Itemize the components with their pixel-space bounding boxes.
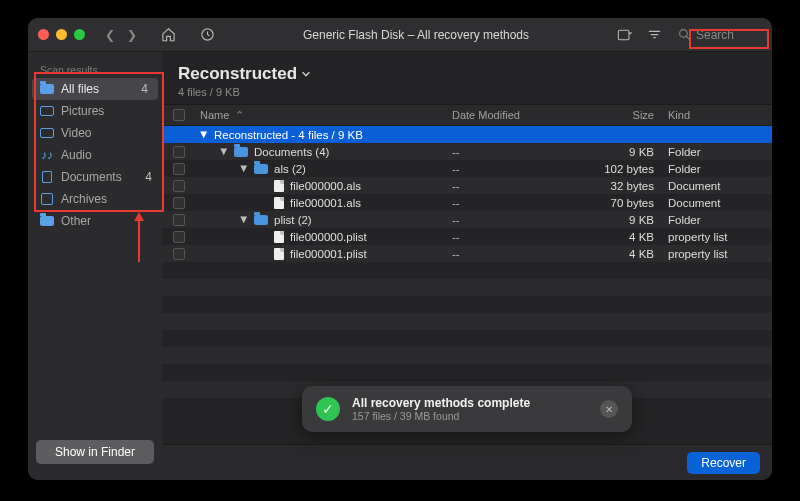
recover-button[interactable]: Recover [687, 452, 760, 474]
fullscreen-window-button[interactable] [74, 29, 85, 40]
sidebar-item-label: Video [61, 126, 91, 140]
show-in-finder-button[interactable]: Show in Finder [36, 440, 154, 464]
empty-row [162, 330, 772, 347]
sidebar-item-video[interactable]: Video [28, 122, 162, 144]
select-all-checkbox[interactable] [173, 109, 185, 121]
nav-back-button[interactable]: ❮ [105, 28, 115, 42]
table-row[interactable]: ▼als (2)--102 bytesFolder [162, 160, 772, 177]
filter-icon[interactable] [647, 28, 662, 41]
disclosure-triangle-icon[interactable]: ▼ [238, 213, 248, 225]
row-size: 32 bytes [572, 180, 662, 192]
disclosure-triangle-icon[interactable]: ▼ [218, 145, 228, 157]
close-window-button[interactable] [38, 29, 49, 40]
sidebar-item-documents[interactable]: Documents4 [28, 166, 162, 188]
empty-row [162, 296, 772, 313]
audio-icon: ♪♪ [41, 148, 53, 162]
row-name: file000000.als [290, 180, 361, 192]
sidebar-item-other[interactable]: Other [28, 210, 162, 232]
table-row[interactable]: file000000.plist--4 KBproperty list [162, 228, 772, 245]
row-date: -- [452, 214, 572, 226]
main-title[interactable]: Reconstructed [178, 64, 756, 84]
folder-icon [40, 84, 54, 94]
row-kind: Document [662, 180, 772, 192]
row-name: file000001.plist [290, 248, 367, 260]
sidebar-item-label: Pictures [61, 104, 104, 118]
sidebar-item-count: 4 [145, 170, 152, 184]
home-icon[interactable] [161, 27, 176, 42]
sidebar-item-label: Documents [61, 170, 122, 184]
row-checkbox[interactable] [173, 248, 185, 260]
row-checkbox[interactable] [173, 180, 185, 192]
history-icon[interactable] [200, 27, 215, 42]
table-row[interactable]: file000000.als--32 bytesDocument [162, 177, 772, 194]
table-row[interactable]: ▼plist (2)--9 KBFolder [162, 211, 772, 228]
sidebar-item-pictures[interactable]: Pictures [28, 100, 162, 122]
sidebar-item-count: 4 [141, 82, 148, 96]
row-checkbox[interactable] [173, 231, 185, 243]
row-size: 4 KB [572, 231, 662, 243]
search-field[interactable] [676, 26, 762, 44]
folder-icon [254, 164, 268, 174]
sidebar-item-label: Audio [61, 148, 92, 162]
file-icon [274, 248, 284, 260]
file-icon [274, 231, 284, 243]
main-subtitle: 4 files / 9 KB [178, 86, 756, 98]
row-name: Documents (4) [254, 146, 329, 158]
sidebar-item-label: All files [61, 82, 99, 96]
row-size: 9 KB [572, 146, 662, 158]
column-kind[interactable]: Kind [662, 109, 772, 121]
column-size[interactable]: Size [572, 109, 662, 121]
row-checkbox[interactable] [173, 197, 185, 209]
column-name[interactable]: Name⌃ [196, 109, 452, 122]
search-icon [678, 28, 691, 41]
table-row[interactable]: ▼Documents (4)--9 KBFolder [162, 143, 772, 160]
table-row[interactable]: file000001.plist--4 KBproperty list [162, 245, 772, 262]
disclosure-triangle-icon[interactable]: ▼ [198, 128, 208, 140]
sidebar-item-audio[interactable]: ♪♪Audio [28, 144, 162, 166]
table-row[interactable]: ▼Reconstructed - 4 files / 9 KB [162, 126, 772, 143]
row-date: -- [452, 180, 572, 192]
row-checkbox[interactable] [173, 163, 185, 175]
disclosure-triangle-icon[interactable]: ▼ [238, 162, 248, 174]
row-name: als (2) [274, 163, 306, 175]
row-checkbox[interactable] [173, 214, 185, 226]
sidebar-item-label: Archives [61, 192, 107, 206]
file-icon [274, 180, 284, 192]
row-size: 102 bytes [572, 163, 662, 175]
row-date: -- [452, 197, 572, 209]
row-kind: Folder [662, 163, 772, 175]
archive-icon [41, 193, 53, 205]
row-date: -- [452, 248, 572, 260]
empty-row [162, 364, 772, 381]
completion-toast: ✓ All recovery methods complete 157 file… [302, 386, 632, 432]
row-kind: property list [662, 248, 772, 260]
sidebar-item-archives[interactable]: Archives [28, 188, 162, 210]
chevron-down-icon [301, 69, 311, 79]
toast-subtitle: 157 files / 39 MB found [352, 410, 530, 422]
row-size: 9 KB [572, 214, 662, 226]
search-input[interactable] [696, 28, 756, 42]
row-name: Reconstructed - 4 files / 9 KB [214, 129, 363, 141]
folder-icon [40, 216, 54, 226]
column-date[interactable]: Date Modified [452, 109, 572, 121]
folder-icon [254, 215, 268, 225]
row-date: -- [452, 146, 572, 158]
sidebar: Scan results All files4PicturesVideo♪♪Au… [28, 52, 162, 480]
main-panel: Reconstructed 4 files / 9 KB Name⌃ Date … [162, 52, 772, 480]
view-options-icon[interactable] [617, 28, 633, 42]
minimize-window-button[interactable] [56, 29, 67, 40]
window-title: Generic Flash Disk – All recovery method… [223, 28, 609, 42]
sidebar-item-all-files[interactable]: All files4 [32, 78, 158, 100]
toast-close-button[interactable]: ✕ [600, 400, 618, 418]
empty-row [162, 313, 772, 330]
picture-icon [40, 106, 54, 116]
row-size: 4 KB [572, 248, 662, 260]
titlebar: ❮ ❯ Generic Flash Disk – All recovery me… [28, 18, 772, 52]
empty-row [162, 262, 772, 279]
document-icon [42, 171, 52, 183]
row-checkbox[interactable] [173, 146, 185, 158]
nav-forward-button[interactable]: ❯ [127, 28, 137, 42]
row-name: file000000.plist [290, 231, 367, 243]
table-row[interactable]: file000001.als--70 bytesDocument [162, 194, 772, 211]
row-size: 70 bytes [572, 197, 662, 209]
